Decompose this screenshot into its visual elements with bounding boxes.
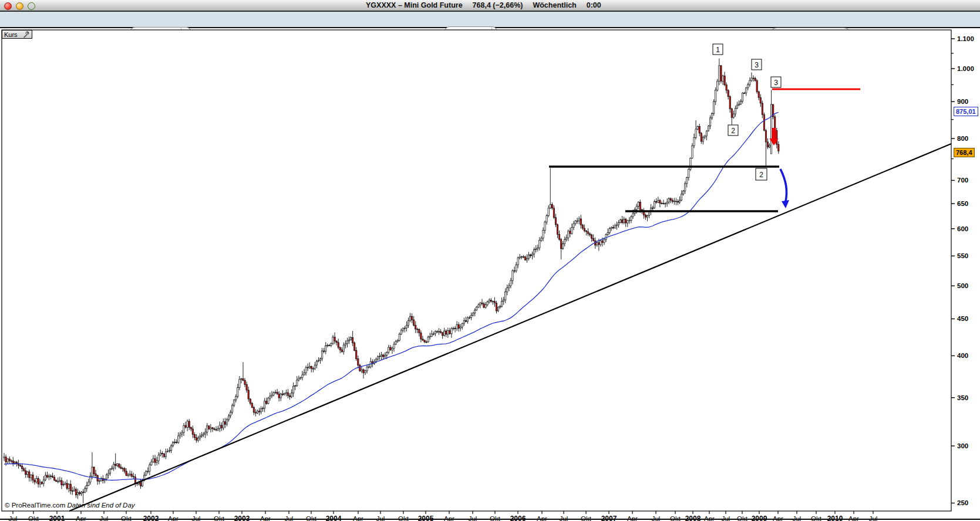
wave-label: 2 — [759, 171, 763, 179]
candle — [607, 232, 608, 234]
candle — [156, 461, 157, 462]
candle — [226, 419, 227, 424]
candle — [566, 238, 567, 240]
candle — [638, 202, 639, 207]
x-tick-label: 2001 — [49, 515, 65, 521]
plot-frame[interactable] — [2, 30, 951, 511]
candle — [106, 475, 107, 479]
candle — [524, 257, 526, 260]
candle — [612, 227, 614, 228]
candle — [426, 342, 427, 343]
candle — [176, 442, 177, 443]
candle — [636, 207, 637, 210]
candle — [248, 390, 249, 399]
candle — [311, 366, 312, 368]
candle — [619, 220, 621, 223]
candle — [127, 475, 129, 475]
candle — [557, 225, 558, 235]
wrench-icon[interactable] — [22, 31, 30, 38]
x-tick-label: Jul — [652, 515, 661, 521]
candle — [417, 329, 418, 330]
candle — [629, 221, 630, 221]
candle — [659, 201, 661, 204]
candle — [413, 320, 415, 325]
candle — [48, 476, 49, 477]
candle — [241, 378, 242, 379]
candle — [280, 394, 281, 398]
candle — [476, 307, 477, 310]
candle — [239, 380, 240, 388]
x-tick-label: 2004 — [326, 515, 342, 521]
candle — [224, 422, 225, 424]
candle — [749, 80, 750, 84]
candle — [167, 451, 168, 452]
candle — [584, 228, 585, 231]
candle — [377, 357, 378, 359]
candle — [478, 305, 479, 307]
candle — [481, 303, 483, 304]
candle — [546, 215, 547, 222]
candle — [331, 343, 332, 345]
candle — [230, 412, 231, 416]
alert-price-box[interactable]: 875,01 — [954, 107, 978, 116]
candle — [95, 474, 96, 476]
candle — [397, 340, 398, 341]
candle — [551, 204, 553, 208]
candle — [614, 226, 615, 228]
candle — [34, 480, 35, 482]
window-bottom-border — [0, 519, 980, 520]
x-tick-label: Okt — [670, 515, 681, 521]
candle — [237, 387, 238, 396]
candle — [113, 464, 114, 468]
candle — [451, 329, 452, 334]
candle — [496, 303, 497, 311]
candle — [570, 231, 571, 234]
candle — [38, 478, 39, 484]
candle — [400, 330, 402, 334]
x-tick-label: Okt — [306, 515, 317, 521]
candle — [217, 428, 218, 430]
candle — [250, 399, 251, 403]
candle — [65, 483, 66, 485]
candle — [507, 287, 508, 292]
candle — [720, 66, 722, 82]
candle — [88, 482, 89, 485]
candle — [219, 425, 220, 428]
x-tick-label: Jul — [469, 515, 477, 521]
candle — [221, 425, 222, 428]
kurs-tab[interactable]: Kurs — [2, 30, 32, 39]
candle — [388, 347, 389, 352]
candle — [278, 394, 279, 398]
candle — [14, 462, 15, 463]
kurs-tab-label: Kurs — [4, 31, 18, 38]
candle — [295, 385, 296, 386]
x-tick-label: Jul — [376, 515, 385, 521]
candle — [329, 346, 330, 346]
price-chart[interactable]: 1.1001.000900800700650600550500450400350… — [0, 0, 980, 521]
candle — [652, 208, 654, 208]
candle — [129, 474, 130, 475]
y-tick-label: 250 — [957, 499, 968, 506]
candle — [611, 227, 612, 228]
candle — [5, 457, 6, 462]
candle — [169, 451, 170, 451]
y-tick-label: 300 — [957, 442, 968, 449]
candle — [188, 421, 190, 427]
candle — [154, 459, 156, 463]
candle — [27, 472, 28, 475]
candle — [302, 375, 303, 377]
candle — [325, 346, 326, 351]
candle — [427, 337, 429, 342]
candle — [728, 90, 729, 97]
candle — [291, 393, 292, 397]
candle — [670, 199, 671, 201]
candle — [411, 316, 412, 320]
candle — [260, 409, 261, 412]
candle — [573, 224, 574, 228]
candle — [632, 214, 634, 217]
candle — [553, 208, 554, 218]
candle — [390, 347, 391, 350]
candle — [358, 358, 359, 365]
x-tick-label: Jul — [192, 515, 201, 521]
candle — [356, 350, 357, 358]
